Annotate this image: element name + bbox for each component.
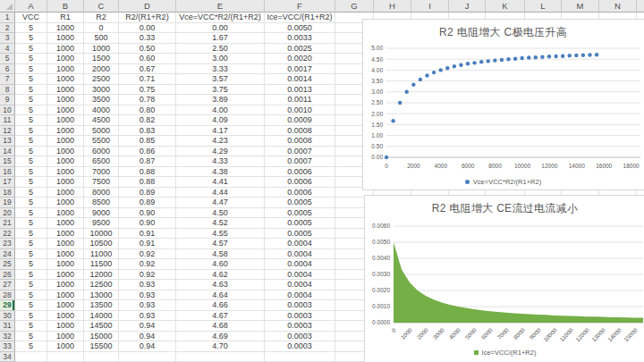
cell-d28[interactable]: 0.93 (119, 290, 176, 301)
cell-f31[interactable]: 0.0003 (265, 321, 335, 332)
cell-c23[interactable]: 10500 (84, 239, 119, 249)
cell-e15[interactable]: 4.33 (176, 156, 265, 167)
cell-b20[interactable]: 1000 (47, 208, 84, 219)
cell-f28[interactable]: 0.0004 (265, 290, 335, 301)
row-header-7[interactable]: 7 (0, 74, 15, 85)
cell-c11[interactable]: 4500 (84, 115, 119, 126)
row-header-17[interactable]: 17 (0, 177, 15, 188)
cell-b23[interactable]: 1000 (47, 239, 84, 249)
cell-d34[interactable] (119, 352, 176, 362)
cell-c31[interactable]: 14500 (84, 321, 119, 332)
cell-c10[interactable]: 4000 (84, 105, 119, 116)
cell-e9[interactable]: 3.89 (176, 95, 265, 105)
cell-e13[interactable]: 4.23 (176, 136, 265, 147)
cell-a1[interactable]: VCC (15, 13, 47, 23)
cell-b1[interactable]: R1 (47, 13, 84, 23)
cell-b14[interactable]: 1000 (47, 147, 84, 157)
cell-c26[interactable]: 12000 (84, 270, 119, 281)
column-header-o[interactable]: O (637, 0, 644, 13)
cell-c22[interactable]: 10000 (84, 229, 119, 240)
cell-c1[interactable]: R2 (84, 13, 119, 23)
cell-b22[interactable]: 1000 (47, 229, 84, 240)
row-header-24[interactable]: 24 (0, 249, 15, 260)
cell-e25[interactable]: 4.60 (176, 259, 265, 270)
cell-d2[interactable]: 0.00 (119, 23, 176, 34)
cell-e20[interactable]: 4.50 (176, 208, 265, 219)
cell-c13[interactable]: 5500 (84, 136, 119, 147)
cell-a21[interactable]: 5 (15, 218, 47, 229)
cell-b28[interactable]: 1000 (47, 290, 84, 301)
row-header-4[interactable]: 4 (0, 44, 15, 55)
cell-d19[interactable]: 0.89 (119, 198, 176, 208)
cell-c27[interactable]: 12500 (84, 280, 119, 290)
cell-d13[interactable]: 0.85 (119, 136, 176, 147)
cell-b8[interactable]: 1000 (47, 85, 84, 96)
cell-d12[interactable]: 0.83 (119, 126, 176, 137)
cell-a16[interactable]: 5 (15, 167, 47, 178)
cell-c30[interactable]: 14000 (84, 311, 119, 322)
cell-e32[interactable]: 4.69 (176, 332, 265, 342)
cell-c29[interactable]: 13500 (84, 300, 119, 311)
chart-ice-area[interactable]: 0.00000.00100.00200.00300.00400.00500.00… (364, 195, 644, 362)
row-header-22[interactable]: 22 (0, 229, 15, 240)
cell-b19[interactable]: 1000 (47, 198, 84, 208)
cell-d8[interactable]: 0.75 (119, 85, 176, 96)
cell-b10[interactable]: 1000 (47, 105, 84, 116)
cell-d30[interactable]: 0.93 (119, 311, 176, 322)
cell-b17[interactable]: 1000 (47, 177, 84, 188)
cell-a4[interactable]: 5 (15, 44, 47, 55)
cell-c12[interactable]: 5000 (84, 126, 119, 137)
cell-f18[interactable]: 0.0006 (265, 188, 335, 198)
cell-f25[interactable]: 0.0004 (265, 259, 335, 270)
row-header-20[interactable]: 20 (0, 208, 15, 219)
cell-f15[interactable]: 0.0007 (265, 156, 335, 167)
cell-e3[interactable]: 1.67 (176, 33, 265, 44)
column-header-m[interactable]: M (562, 0, 599, 13)
cell-b27[interactable]: 1000 (47, 280, 84, 290)
cell-c19[interactable]: 8500 (84, 198, 119, 208)
cell-e5[interactable]: 3.00 (176, 54, 265, 64)
row-header-10[interactable]: 10 (0, 105, 15, 116)
row-header-15[interactable]: 15 (0, 156, 15, 167)
row-header-16[interactable]: 16 (0, 167, 15, 178)
cell-f27[interactable]: 0.0004 (265, 280, 335, 290)
cell-e17[interactable]: 4.41 (176, 177, 265, 188)
cell-f20[interactable]: 0.0005 (265, 208, 335, 219)
cell-b33[interactable]: 1000 (47, 341, 84, 352)
row-header-23[interactable]: 23 (0, 239, 15, 249)
row-header-18[interactable]: 18 (0, 188, 15, 198)
cell-c6[interactable]: 2000 (84, 64, 119, 75)
cell-d26[interactable]: 0.92 (119, 270, 176, 281)
cell-b3[interactable]: 1000 (47, 33, 84, 44)
cell-f32[interactable]: 0.0003 (265, 332, 335, 342)
cell-a11[interactable]: 5 (15, 115, 47, 126)
cell-d4[interactable]: 0.50 (119, 44, 176, 55)
cell-e29[interactable]: 4.66 (176, 300, 265, 311)
cell-e22[interactable]: 4.55 (176, 229, 265, 240)
cell-b4[interactable]: 1000 (47, 44, 84, 55)
column-header-j[interactable]: J (449, 0, 486, 13)
cell-b34[interactable] (47, 352, 84, 362)
cell-d7[interactable]: 0.71 (119, 74, 176, 85)
cell-a23[interactable]: 5 (15, 239, 47, 249)
row-header-2[interactable]: 2 (0, 23, 15, 34)
row-header-31[interactable]: 31 (0, 321, 15, 332)
row-header-1[interactable]: 1 (0, 13, 15, 23)
cell-a14[interactable]: 5 (15, 147, 47, 157)
cell-a7[interactable]: 5 (15, 74, 47, 85)
cell-e19[interactable]: 4.47 (176, 198, 265, 208)
cell-a24[interactable]: 5 (15, 249, 47, 260)
column-header-f[interactable]: F (265, 0, 335, 13)
cell-a29[interactable]: 5 (15, 300, 47, 311)
cell-e26[interactable]: 4.62 (176, 270, 265, 281)
cell-a27[interactable]: 5 (15, 280, 47, 290)
cell-d23[interactable]: 0.91 (119, 239, 176, 249)
cell-c7[interactable]: 2500 (84, 74, 119, 85)
cell-f14[interactable]: 0.0007 (265, 147, 335, 157)
column-header-g[interactable]: G (335, 0, 374, 13)
cell-a13[interactable]: 5 (15, 136, 47, 147)
cell-d15[interactable]: 0.87 (119, 156, 176, 167)
cell-d33[interactable]: 0.94 (119, 341, 176, 352)
row-header-11[interactable]: 11 (0, 115, 15, 126)
cell-f11[interactable]: 0.0009 (265, 115, 335, 126)
